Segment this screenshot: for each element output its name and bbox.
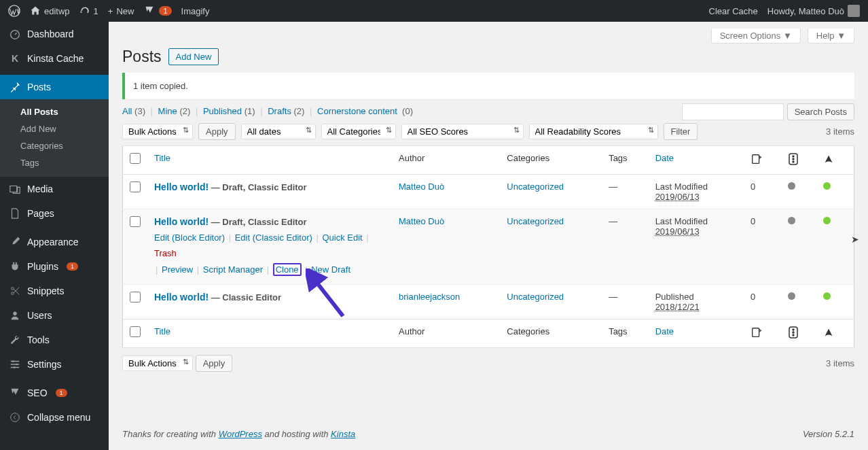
dates-select[interactable]: All dates: [241, 124, 316, 139]
search-posts-button[interactable]: Search Posts: [787, 103, 854, 120]
post-title-link[interactable]: Hello world!: [154, 292, 209, 302]
plug-icon: [8, 260, 22, 273]
submenu-categories[interactable]: Categories: [0, 137, 109, 154]
kinsta-link[interactable]: Kinsta: [331, 429, 355, 439]
menu-kinsta[interactable]: KKinsta Cache: [0, 46, 109, 71]
scissors-icon: [8, 284, 22, 298]
svg-point-1: [11, 31, 20, 39]
menu-seo[interactable]: SEO1: [0, 381, 109, 405]
new-content-link[interactable]: + New: [108, 6, 134, 16]
col-tags: Tags: [602, 319, 649, 348]
col-links-icon: [744, 146, 781, 175]
col-date[interactable]: Date: [655, 153, 674, 163]
col-author: Author: [392, 146, 500, 175]
select-all-bottom[interactable]: [130, 326, 141, 337]
filter-mine[interactable]: Mine: [158, 106, 177, 116]
post-title-link[interactable]: Hello world!: [154, 216, 209, 227]
author-link[interactable]: brianleejackson: [399, 292, 460, 302]
add-new-button[interactable]: Add New: [168, 48, 219, 65]
home-icon: [30, 5, 41, 16]
wp-logo-icon[interactable]: [8, 5, 20, 17]
col-title[interactable]: Title: [154, 326, 170, 336]
table-row: Hello world! — Draft, Classic Editor Mat…: [123, 175, 854, 209]
menu-tools[interactable]: Tools: [0, 328, 109, 352]
menu-label: Dashboard: [27, 29, 74, 39]
menu-pages[interactable]: Pages: [0, 201, 109, 226]
my-account[interactable]: Howdy, Matteo Duò: [767, 5, 860, 17]
bulk-actions-bottom-select[interactable]: Bulk Actions: [122, 356, 193, 371]
avatar: [848, 5, 860, 17]
row-checkbox[interactable]: [130, 216, 141, 227]
categories-select[interactable]: All Categories: [321, 124, 396, 139]
row-checkbox[interactable]: [130, 292, 141, 302]
search-input[interactable]: [682, 103, 784, 120]
svg-point-18: [793, 334, 794, 336]
post-title-link[interactable]: Hello world!: [154, 181, 209, 192]
category-link[interactable]: Uncategorized: [507, 216, 564, 226]
bulk-actions-服select[interactable]: Bulk Actions: [122, 124, 193, 139]
imagify-link[interactable]: Imagify: [181, 6, 210, 16]
filter-button[interactable]: Filter: [664, 123, 698, 140]
category-link[interactable]: Uncategorized: [507, 292, 564, 302]
select-all-top[interactable]: [130, 153, 141, 164]
screen-options-button[interactable]: Screen Options ▼: [711, 29, 801, 44]
readability-dot-icon: [823, 217, 831, 224]
updates-count: 1: [94, 6, 98, 16]
wordpress-link[interactable]: WordPress: [219, 429, 262, 439]
post-state: — Draft, Classic Editor: [209, 182, 306, 192]
filter-drafts[interactable]: Drafts: [268, 106, 291, 116]
quick-edit-link[interactable]: Quick Edit: [322, 232, 362, 243]
menu-appearance[interactable]: Appearance: [0, 230, 109, 254]
col-title[interactable]: Title: [154, 153, 170, 163]
new-content-label: New: [116, 6, 134, 16]
edit-block-link[interactable]: Edit (Block Editor): [154, 232, 225, 243]
readability-dot-icon: [823, 182, 831, 190]
svg-point-16: [793, 329, 794, 330]
comments-count: 0: [744, 209, 781, 285]
updates-link[interactable]: 1: [79, 5, 98, 16]
preview-link[interactable]: Preview: [162, 264, 193, 275]
row-checkbox[interactable]: [130, 181, 141, 192]
site-name[interactable]: editwp: [30, 5, 70, 16]
new-draft-link[interactable]: New Draft: [311, 264, 350, 275]
trash-link[interactable]: Trash: [154, 248, 177, 258]
submenu-all-posts[interactable]: All Posts: [0, 103, 109, 120]
howdy-label: Howdy, Matteo Duò: [767, 6, 844, 16]
author-link[interactable]: Matteo Duò: [399, 181, 444, 192]
help-button[interactable]: Help ▼: [808, 29, 854, 44]
menu-users[interactable]: Users: [0, 303, 109, 328]
script-manager-link[interactable]: Script Manager: [203, 264, 263, 275]
clear-cache-link[interactable]: Clear Cache: [709, 6, 758, 16]
menu-plugins[interactable]: Plugins1: [0, 254, 109, 279]
menu-label: Pages: [27, 208, 54, 219]
page-title: Posts: [122, 48, 162, 66]
seo-dot-icon: [788, 292, 795, 300]
filter-all[interactable]: All: [122, 106, 132, 116]
edit-classic-link[interactable]: Edit (Classic Editor): [235, 232, 312, 243]
readability-dot-icon: [823, 292, 831, 300]
submenu-add-new[interactable]: Add New: [0, 120, 109, 137]
admin-bar: editwp 1 + New 1 Imagify Clear Cache How…: [0, 0, 868, 22]
menu-dashboard[interactable]: Dashboard: [0, 22, 109, 46]
apply-bottom-button[interactable]: Apply: [196, 355, 233, 372]
svg-point-3: [12, 292, 14, 295]
menu-snippets[interactable]: Snippets: [0, 279, 109, 303]
seo-select[interactable]: All SEO Scores: [401, 124, 524, 139]
category-link[interactable]: Uncategorized: [507, 181, 564, 192]
col-seo-icon: [781, 319, 816, 348]
collapse-menu[interactable]: Collapse menu: [0, 405, 109, 430]
author-link[interactable]: Matteo Duò: [399, 216, 444, 226]
submenu-tags[interactable]: Tags: [0, 154, 109, 171]
dashboard-icon: [8, 27, 22, 41]
filter-cornerstone[interactable]: Cornerstone content: [317, 106, 397, 116]
menu-settings[interactable]: Settings: [0, 352, 109, 377]
filter-published[interactable]: Published: [203, 106, 242, 116]
clone-link[interactable]: Clone: [273, 263, 302, 276]
apply-button[interactable]: Apply: [198, 123, 236, 140]
menu-posts[interactable]: Posts: [0, 75, 109, 99]
yoast-link[interactable]: 1: [143, 5, 171, 17]
posts-table: Title Author Categories Tags Date Hello …: [122, 145, 854, 348]
readability-select[interactable]: All Readability Scores: [529, 124, 658, 139]
col-date[interactable]: Date: [655, 326, 674, 336]
menu-media[interactable]: Media: [0, 177, 109, 201]
